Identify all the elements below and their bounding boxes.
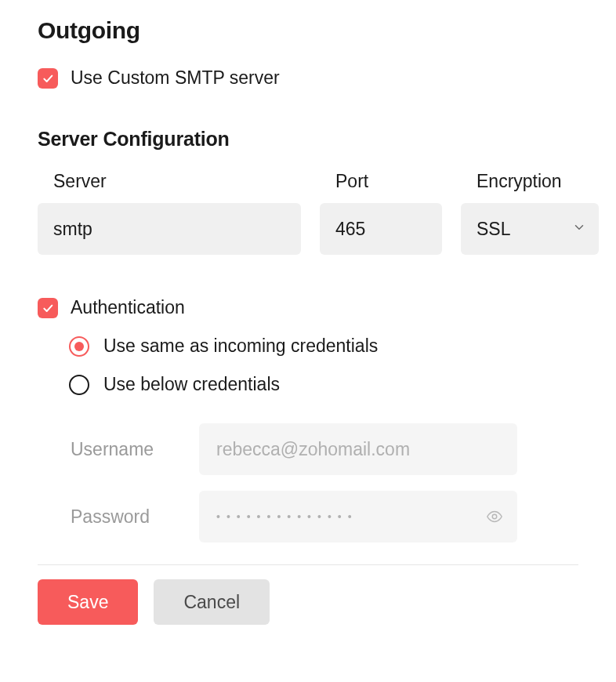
custom-smtp-row: Use Custom SMTP server [38, 67, 578, 89]
radio-same-label: Use same as incoming credentials [103, 336, 378, 357]
server-config-heading: Server Configuration [38, 128, 578, 151]
check-icon [42, 302, 54, 314]
username-label: Username [71, 439, 199, 460]
check-icon [42, 72, 54, 85]
port-column-header: Port [320, 171, 442, 192]
authentication-block: Authentication Use same as incoming cred… [38, 297, 578, 542]
password-input[interactable] [199, 491, 517, 542]
authentication-label: Authentication [71, 297, 185, 318]
radio-option-same[interactable]: Use same as incoming credentials [69, 336, 578, 357]
authentication-checkbox[interactable] [38, 298, 58, 318]
encryption-select[interactable] [461, 203, 599, 255]
port-input[interactable] [320, 203, 442, 255]
custom-smtp-label: Use Custom SMTP server [71, 67, 280, 89]
password-label: Password [71, 506, 199, 528]
save-button[interactable]: Save [38, 579, 138, 625]
toggle-password-visibility[interactable] [486, 508, 503, 525]
server-config-grid: Server Port Encryption [38, 171, 578, 255]
encryption-value[interactable] [461, 203, 599, 255]
action-buttons: Save Cancel [38, 579, 578, 625]
auth-radio-group: Use same as incoming credentials Use bel… [69, 336, 578, 395]
server-column-header: Server [38, 171, 301, 192]
radio-option-below[interactable]: Use below credentials [69, 374, 578, 395]
eye-icon [486, 508, 503, 525]
radio-below-credentials[interactable] [69, 375, 89, 395]
cancel-button[interactable]: Cancel [154, 579, 270, 625]
server-input[interactable] [38, 203, 301, 255]
username-input[interactable] [199, 423, 517, 475]
custom-smtp-checkbox[interactable] [38, 68, 58, 89]
divider [38, 564, 578, 565]
svg-point-0 [492, 514, 497, 519]
page-title: Outgoing [38, 17, 578, 44]
radio-below-label: Use below credentials [103, 374, 280, 395]
credentials-form: Username Password [71, 423, 517, 542]
radio-same-credentials[interactable] [69, 336, 89, 357]
encryption-column-header: Encryption [461, 171, 599, 192]
